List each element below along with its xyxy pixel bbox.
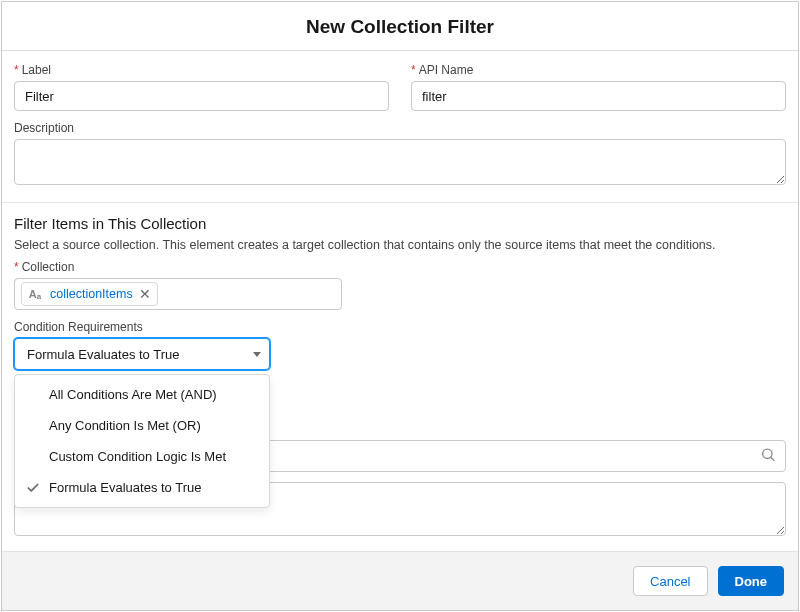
filter-items-section: Filter Items in This Collection Select a… <box>2 203 798 551</box>
filter-section-help: Select a source collection. This element… <box>14 238 786 252</box>
remove-pill-icon[interactable]: ✕ <box>139 287 151 301</box>
collection-field[interactable]: Aa collectionItems ✕ <box>14 278 342 310</box>
search-icon[interactable] <box>760 447 776 466</box>
option-label: Custom Condition Logic Is Met <box>49 449 226 464</box>
api-name-field-label: API Name <box>411 63 786 77</box>
condition-selected-value: Formula Evaluates to True <box>27 347 179 362</box>
collection-pill-label: collectionItems <box>50 287 133 301</box>
done-button[interactable]: Done <box>718 566 785 596</box>
condition-option-formula[interactable]: Formula Evaluates to True <box>15 472 269 503</box>
new-collection-filter-modal: New Collection Filter Label API Name Des… <box>1 1 799 611</box>
condition-option-or[interactable]: Any Condition Is Met (OR) <box>15 410 269 441</box>
filter-section-title: Filter Items in This Collection <box>14 215 786 232</box>
modal-header: New Collection Filter <box>2 2 798 51</box>
condition-requirements-label: Condition Requirements <box>14 320 786 334</box>
cancel-button[interactable]: Cancel <box>633 566 707 596</box>
collection-pill[interactable]: Aa collectionItems ✕ <box>21 282 158 306</box>
option-label: All Conditions Are Met (AND) <box>49 387 217 402</box>
chevron-down-icon <box>253 352 261 357</box>
api-name-field[interactable] <box>411 81 786 111</box>
check-icon <box>25 481 41 495</box>
svg-line-1 <box>771 458 774 461</box>
label-field-label: Label <box>14 63 389 77</box>
option-label: Any Condition Is Met (OR) <box>49 418 201 433</box>
collection-field-label: Collection <box>14 260 786 274</box>
text-type-icon: Aa <box>26 285 44 303</box>
option-label: Formula Evaluates to True <box>49 480 201 495</box>
condition-requirements-combobox[interactable]: Formula Evaluates to True <box>14 338 270 370</box>
basic-fields-section: Label API Name Description <box>2 51 798 202</box>
condition-options-listbox: All Conditions Are Met (AND) Any Conditi… <box>14 374 270 508</box>
modal-title: New Collection Filter <box>2 16 798 38</box>
modal-body: Label API Name Description Filter Items … <box>2 51 798 551</box>
condition-option-and[interactable]: All Conditions Are Met (AND) <box>15 379 269 410</box>
condition-option-custom[interactable]: Custom Condition Logic Is Met <box>15 441 269 472</box>
description-field[interactable] <box>14 139 786 185</box>
description-field-label: Description <box>14 121 786 135</box>
modal-footer: Cancel Done <box>2 551 798 610</box>
label-field[interactable] <box>14 81 389 111</box>
